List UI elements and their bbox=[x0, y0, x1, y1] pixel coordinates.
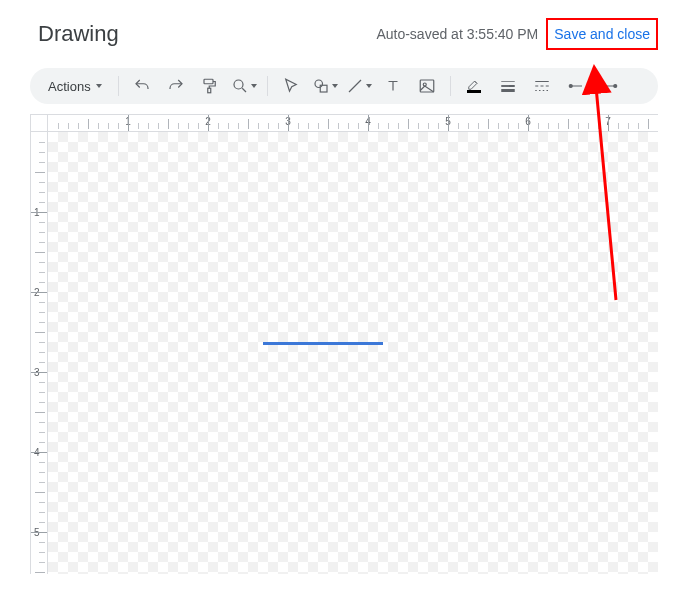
pencil-icon bbox=[465, 77, 483, 91]
caret-down-icon bbox=[96, 84, 102, 88]
save-and-close-button[interactable]: Save and close bbox=[546, 18, 658, 50]
line-weight-button[interactable] bbox=[493, 72, 523, 100]
svg-point-2 bbox=[234, 80, 243, 89]
line-end-icon bbox=[601, 77, 619, 95]
caret-down-icon bbox=[251, 84, 257, 88]
shapes-icon bbox=[312, 77, 330, 95]
caret-down-icon bbox=[332, 84, 338, 88]
header-right: Auto-saved at 3:55:40 PM Save and close bbox=[376, 18, 658, 50]
line-start-icon bbox=[567, 77, 585, 95]
cursor-icon bbox=[282, 77, 300, 95]
line-dash-icon bbox=[533, 77, 551, 95]
line-weight-icon bbox=[499, 77, 517, 95]
toolbar-separator bbox=[267, 76, 268, 96]
line-start-button[interactable] bbox=[561, 72, 591, 100]
line-icon bbox=[346, 77, 364, 95]
zoom-button[interactable] bbox=[229, 72, 259, 100]
paint-format-button[interactable] bbox=[195, 72, 225, 100]
paint-roller-icon bbox=[201, 77, 219, 95]
redo-button[interactable] bbox=[161, 72, 191, 100]
caret-down-icon bbox=[366, 84, 372, 88]
ruler-corner bbox=[30, 114, 48, 132]
undo-button[interactable] bbox=[127, 72, 157, 100]
shape-tool-button[interactable] bbox=[310, 72, 340, 100]
redo-icon bbox=[167, 77, 185, 95]
actions-menu-button[interactable]: Actions bbox=[40, 72, 110, 100]
svg-point-3 bbox=[315, 80, 323, 88]
svg-rect-0 bbox=[204, 79, 213, 84]
horizontal-ruler[interactable]: 1234567 bbox=[48, 114, 658, 132]
drawing-canvas[interactable] bbox=[48, 132, 658, 574]
svg-rect-1 bbox=[207, 88, 210, 93]
line-dash-button[interactable] bbox=[527, 72, 557, 100]
svg-point-8 bbox=[613, 85, 616, 88]
undo-icon bbox=[133, 77, 151, 95]
dialog-title: Drawing bbox=[38, 21, 119, 47]
line-end-button[interactable] bbox=[595, 72, 625, 100]
text-box-button[interactable] bbox=[378, 72, 408, 100]
svg-point-7 bbox=[569, 85, 572, 88]
toolbar-separator bbox=[118, 76, 119, 96]
image-button[interactable] bbox=[412, 72, 442, 100]
vertical-ruler[interactable]: 12345 bbox=[30, 132, 48, 574]
line-tool-button[interactable] bbox=[344, 72, 374, 100]
toolbar-separator bbox=[450, 76, 451, 96]
select-tool-button[interactable] bbox=[276, 72, 306, 100]
dialog-header: Drawing Auto-saved at 3:55:40 PM Save an… bbox=[0, 0, 676, 68]
drawn-line-shape[interactable] bbox=[263, 342, 383, 345]
line-color-button[interactable] bbox=[459, 72, 489, 100]
drawing-editor: 1234567 12345 bbox=[30, 114, 658, 574]
image-icon bbox=[418, 77, 436, 95]
text-box-icon bbox=[384, 77, 402, 95]
auto-saved-text: Auto-saved at 3:55:40 PM bbox=[376, 26, 538, 42]
actions-menu-label: Actions bbox=[48, 79, 91, 94]
zoom-icon bbox=[231, 77, 249, 95]
drawing-toolbar: Actions bbox=[30, 68, 658, 104]
